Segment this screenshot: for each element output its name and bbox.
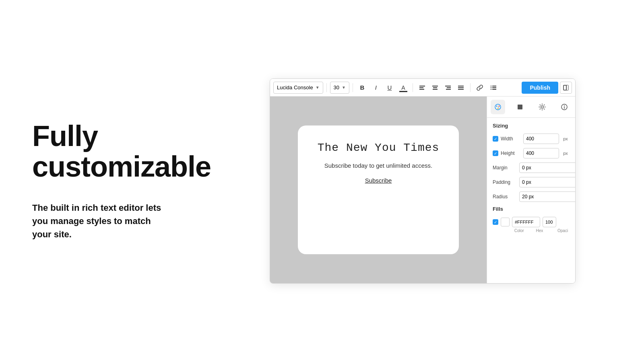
subtext: The built in rich text editor lets you m… — [32, 201, 169, 241]
svg-rect-10 — [458, 87, 464, 88]
shape-icon — [516, 103, 524, 111]
height-checkbox[interactable]: ✓ — [493, 150, 498, 156]
svg-rect-9 — [458, 86, 464, 86]
italic-button[interactable]: I — [370, 82, 382, 94]
align-right-icon — [445, 84, 451, 91]
link-icon — [477, 84, 483, 91]
widget-card[interactable]: The New You Times Subscribe today to get… — [298, 125, 459, 254]
radius-input[interactable] — [519, 191, 575, 202]
margin-label: Margin — [493, 165, 517, 171]
fills-section: Fills ✓ Color — [493, 206, 570, 233]
list-button[interactable] — [487, 82, 500, 94]
width-input[interactable] — [523, 134, 559, 144]
bold-button[interactable]: B — [356, 82, 368, 94]
align-right-button[interactable] — [442, 82, 454, 94]
margin-row: Margin — [493, 162, 570, 173]
width-unit: px — [561, 136, 570, 141]
opacity-input[interactable] — [543, 217, 556, 227]
canvas-area[interactable]: The New You Times Subscribe today to get… — [270, 97, 487, 283]
svg-point-26 — [541, 106, 543, 108]
width-row: ✓ Width px — [493, 134, 570, 144]
divider-2 — [353, 83, 353, 92]
align-justify-icon — [458, 84, 464, 91]
fills-row: ✓ — [493, 217, 570, 227]
extra-panel-button[interactable] — [560, 82, 572, 94]
hex-input[interactable] — [512, 217, 540, 227]
fills-labels: Color Hex Opaci — [493, 228, 570, 233]
align-center-button[interactable] — [429, 82, 441, 94]
panel-content: Sizing ✓ Width px ✓ — [487, 118, 575, 283]
list-icon — [490, 84, 497, 91]
headline: Fully customizable — [32, 121, 169, 182]
align-left-icon — [419, 84, 425, 91]
toolbar: Lucida Console ▼ 30 ▼ B I U A — [270, 79, 575, 97]
widget-title: The New You Times — [318, 142, 440, 154]
svg-rect-8 — [446, 89, 451, 90]
width-checkbox[interactable]: ✓ — [493, 136, 498, 142]
height-row: ✓ Height px — [493, 148, 570, 158]
width-label: Width — [501, 136, 521, 142]
sizing-section-title: Sizing — [493, 123, 570, 129]
align-group — [416, 82, 467, 94]
panel-tabs — [487, 97, 575, 118]
properties-panel: Sizing ✓ Width px ✓ — [487, 97, 575, 283]
link-button[interactable] — [474, 82, 486, 94]
svg-rect-16 — [491, 89, 491, 90]
fills-section-title: Fills — [493, 206, 570, 212]
margin-input[interactable] — [519, 162, 575, 173]
color-indicator — [399, 91, 407, 92]
padding-label: Padding — [493, 179, 517, 185]
svg-rect-3 — [432, 86, 438, 86]
font-size-arrow-icon: ▼ — [342, 85, 346, 90]
tab-info[interactable] — [557, 100, 572, 114]
paint-icon — [494, 103, 502, 111]
radius-label: Radius — [493, 194, 517, 200]
svg-point-22 — [496, 106, 497, 107]
svg-rect-0 — [419, 86, 425, 86]
divider-3 — [413, 83, 413, 92]
fills-checkbox[interactable]: ✓ — [493, 219, 498, 225]
align-justify-button[interactable] — [455, 82, 467, 94]
svg-rect-17 — [492, 89, 496, 90]
font-size-value: 30 — [334, 84, 339, 90]
svg-rect-11 — [458, 89, 464, 90]
svg-point-24 — [497, 108, 499, 109]
align-center-icon — [432, 84, 438, 91]
svg-rect-4 — [433, 87, 437, 88]
tab-shape[interactable] — [513, 100, 527, 114]
widget-subscribe-link[interactable]: Subscribe — [365, 177, 392, 184]
left-panel: Fully customizable The built in rich tex… — [0, 97, 201, 265]
color-swatch[interactable] — [501, 218, 510, 226]
editor-body: The New You Times Subscribe today to get… — [270, 97, 575, 283]
padding-row: Padding — [493, 177, 570, 187]
svg-rect-15 — [492, 87, 496, 88]
width-check-icon: ✓ — [494, 137, 497, 141]
svg-rect-12 — [491, 86, 491, 86]
align-left-button[interactable] — [416, 82, 428, 94]
text-color-button[interactable]: A — [397, 82, 409, 94]
tab-style[interactable] — [491, 100, 505, 114]
radius-row: Radius — [493, 191, 570, 202]
height-label: Height — [501, 150, 521, 156]
svg-rect-1 — [419, 87, 423, 88]
svg-point-29 — [564, 105, 565, 106]
widget-subtitle: Subscribe today to get unlimited access. — [324, 162, 432, 169]
font-family-select[interactable]: Lucida Console ▼ — [273, 82, 323, 94]
svg-rect-13 — [492, 86, 496, 86]
underline-button[interactable]: U — [384, 82, 396, 94]
color-label: Color — [514, 228, 523, 233]
svg-rect-6 — [445, 86, 451, 86]
publish-button[interactable]: Publish — [522, 82, 558, 94]
svg-point-23 — [499, 106, 500, 107]
tab-settings[interactable] — [535, 100, 549, 114]
opacity-label: Opaci — [556, 228, 570, 233]
info-icon — [561, 103, 568, 111]
editor-window: Lucida Console ▼ 30 ▼ B I U A — [270, 78, 576, 284]
svg-rect-5 — [433, 89, 438, 90]
font-size-select[interactable]: 30 ▼ — [330, 82, 349, 94]
font-family-value: Lucida Console — [277, 84, 313, 90]
font-family-arrow-icon: ▼ — [316, 85, 320, 90]
height-input[interactable] — [523, 148, 559, 158]
hex-label: Hex — [526, 228, 554, 233]
padding-input[interactable] — [519, 177, 575, 187]
